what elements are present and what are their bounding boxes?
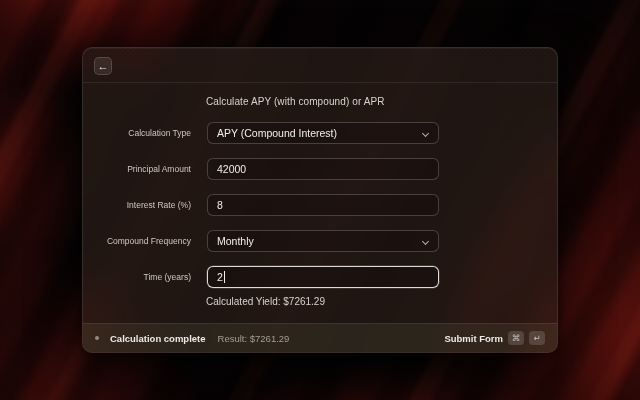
field-label: Interest Rate (%) [83,194,191,216]
form-row-time-years: Time (years) 2 [83,266,557,288]
calculated-yield-text: Calculated Yield: $7261.29 [206,296,325,307]
status-bar: Calculation complete Result: $7261.29 Su… [83,323,557,352]
back-arrow-icon: ← [98,60,109,72]
input-value: 42000 [217,163,246,175]
dialog-header: ← [83,48,557,83]
form-dialog: ← Calculate APY (with compound) or APR C… [82,47,558,353]
select-value: Monthly [217,235,254,247]
status-result: Result: $7261.29 [218,333,290,344]
compound-frequency-select[interactable]: Monthly [207,230,439,252]
field-label: Calculation Type [83,122,191,144]
form-row-compound-frequency: Compound Frequency Monthly [83,230,557,252]
form-row-principal-amount: Principal Amount 42000 [83,158,557,180]
chevron-down-icon [422,130,429,137]
field-label: Principal Amount [83,158,191,180]
status-message: Calculation complete [110,333,206,344]
form-row-calculation-type: Calculation Type APY (Compound Interest) [83,122,557,144]
input-value: 8 [217,199,223,211]
field-label: Time (years) [83,266,191,288]
field-label: Compound Frequency [83,230,191,252]
cmd-key-icon: ⌘ [508,331,524,345]
status-dot-icon [95,336,99,340]
desktop-background: ← Calculate APY (with compound) or APR C… [0,0,640,400]
time-years-input[interactable]: 2 [207,266,439,288]
select-value: APY (Compound Interest) [217,127,337,139]
calculation-type-select[interactable]: APY (Compound Interest) [207,122,439,144]
text-cursor [224,271,225,283]
form-row-interest-rate: Interest Rate (%) 8 [83,194,557,216]
chevron-down-icon [422,238,429,245]
enter-key-icon: ↵ [529,331,545,345]
submit-label: Submit Form [444,333,503,344]
back-button[interactable]: ← [94,57,112,75]
principal-amount-input[interactable]: 42000 [207,158,439,180]
submit-form-button[interactable]: Submit Form ⌘ ↵ [444,331,545,345]
interest-rate-input[interactable]: 8 [207,194,439,216]
input-value: 2 [217,271,223,283]
form-title: Calculate APY (with compound) or APR [206,96,385,107]
